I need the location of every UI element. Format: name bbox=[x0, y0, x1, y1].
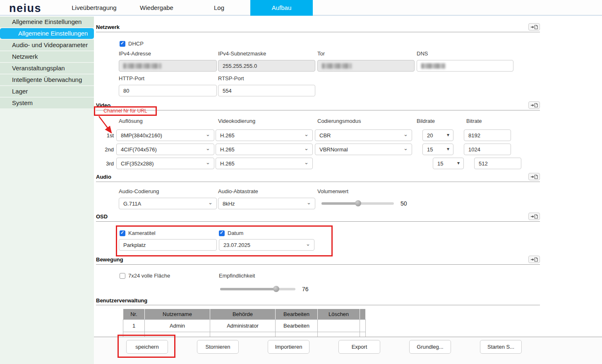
arrow-to-document-icon bbox=[530, 175, 538, 179]
audio-codierung-select[interactable]: G.711A bbox=[119, 198, 217, 209]
cell-nutzername: Admin bbox=[145, 320, 210, 332]
kameratitel-checkbox[interactable] bbox=[120, 230, 125, 236]
bildrate-select-2nd[interactable]: 15 bbox=[422, 144, 453, 155]
dns-field[interactable] bbox=[417, 60, 513, 72]
sidebar-item-netzwerk[interactable]: Netzwerk bbox=[0, 51, 94, 62]
tab-wiedergabe[interactable]: Wiedergabe bbox=[125, 0, 188, 16]
videokodierung-select-3rd[interactable]: H.265 bbox=[216, 158, 313, 169]
bildrate-select-3rd[interactable]: 15 bbox=[433, 158, 464, 169]
aufloesung-column-label: Auflösung bbox=[119, 118, 218, 124]
aufloesung-select-1st[interactable]: 8MP(3840x2160) bbox=[116, 129, 214, 141]
audio-codierung-label: Audio-Codierung bbox=[119, 188, 218, 194]
speichern-button[interactable]: speichern bbox=[126, 340, 168, 354]
sidebar-item-allgemeine-einstellungen-group[interactable]: Allgemeine Einstellungen bbox=[0, 17, 94, 27]
videokodierung-select-1st[interactable]: H.265 bbox=[216, 129, 313, 141]
section-title-video: Video bbox=[96, 102, 110, 108]
sidebar-item-audio-und-videoparameter[interactable]: Audio- und Videoparameter bbox=[0, 40, 94, 50]
section-title-audio: Audio bbox=[96, 174, 111, 180]
copy-to-document-button[interactable] bbox=[528, 101, 540, 109]
volumenwert-value: 50 bbox=[401, 200, 407, 207]
cell-loeschen bbox=[318, 320, 360, 332]
empfindlichkeit-slider[interactable] bbox=[220, 288, 295, 290]
section-audio: Audio Audio-Codierung Audio-Abtastrate V… bbox=[96, 173, 540, 209]
copy-to-document-button[interactable] bbox=[528, 256, 540, 263]
flaeche-checkbox[interactable] bbox=[120, 273, 125, 279]
col-nr: Nr. bbox=[123, 309, 145, 320]
bitrate-input-2nd[interactable]: 1024 bbox=[464, 144, 511, 155]
video-row-3rd: 3rd CIF(352x288) H.265 15 512 bbox=[103, 158, 540, 169]
codierungsmodus-select-2nd[interactable]: VBRNormal bbox=[315, 144, 412, 155]
tab-log[interactable]: Log bbox=[188, 0, 250, 16]
arrow-to-document-icon bbox=[530, 214, 538, 219]
stornieren-button[interactable]: Stornieren bbox=[197, 340, 239, 354]
codierungsmodus-select-1st[interactable]: CBR bbox=[315, 129, 412, 141]
ipv4-adresse-label: IPv4-Adresse bbox=[119, 50, 218, 57]
section-title-bewegung: Bewegung bbox=[96, 256, 123, 263]
sidebar-item-lager[interactable]: Lager bbox=[0, 86, 94, 97]
user-table-row: 1 Admin Administrator Bearbeiten bbox=[123, 320, 366, 332]
volumenwert-slider[interactable] bbox=[321, 202, 394, 205]
bildrate-select-1st[interactable]: 20 bbox=[422, 129, 453, 141]
redacted-value bbox=[421, 63, 445, 69]
datum-checkbox[interactable] bbox=[219, 230, 225, 236]
copy-to-document-button[interactable] bbox=[528, 23, 540, 31]
tor-field bbox=[317, 60, 415, 72]
export-button[interactable]: Export bbox=[338, 340, 380, 354]
datum-format-select[interactable]: 23.07.2025 bbox=[219, 239, 314, 251]
rtsp-port-input[interactable]: 554 bbox=[218, 85, 315, 96]
user-table-header-row: Nr. Nutzername Behörde Bearbeiten Lösche… bbox=[123, 309, 366, 320]
sidebar-item-system[interactable]: System bbox=[0, 98, 94, 108]
kameratitel-input[interactable]: Parkplatz bbox=[119, 239, 217, 251]
videokodierung-select-2nd[interactable]: H.265 bbox=[216, 144, 313, 155]
section-title-osd: OSD bbox=[96, 213, 108, 220]
cell-behoerde: Administrator bbox=[210, 320, 276, 332]
bildrate-column-label: Bildrate bbox=[417, 118, 466, 124]
col-empty bbox=[360, 309, 366, 320]
codierungsmodus-column-label: Codierungsmodus bbox=[317, 118, 417, 124]
copy-to-document-button[interactable] bbox=[528, 173, 540, 180]
aufloesung-select-2nd[interactable]: 4CIF(704x576) bbox=[116, 144, 214, 155]
arrow-to-document-icon bbox=[530, 25, 538, 29]
datum-label: Datum bbox=[228, 230, 243, 236]
col-bearbeiten: Bearbeiten bbox=[276, 309, 318, 320]
bitrate-column-label: Bitrate bbox=[466, 118, 482, 124]
empfindlichkeit-label: Empfindlichkeit bbox=[219, 273, 255, 279]
empfindlichkeit-slider-thumb[interactable] bbox=[273, 286, 279, 292]
sidebar: Allgemeine Einstellungen Allgemeine Eins… bbox=[0, 17, 94, 364]
channel-label-3rd: 3rd bbox=[103, 160, 116, 167]
redacted-value bbox=[123, 63, 161, 69]
footer-action-bar: speichern Stornieren Importieren Export … bbox=[94, 337, 602, 364]
dns-label: DNS bbox=[417, 50, 516, 57]
rtsp-port-label: RTSP-Port bbox=[218, 75, 317, 81]
ipv4-subnetzmaske-field: 255.255.255.0 bbox=[218, 60, 315, 72]
channel-label-1st: 1st bbox=[103, 132, 116, 139]
section-title-benutzerverwaltung: Benutzerverwaltung bbox=[96, 297, 147, 304]
bitrate-input-3rd[interactable]: 512 bbox=[474, 158, 521, 169]
bitrate-input-1st[interactable]: 8192 bbox=[464, 129, 511, 141]
http-port-input[interactable]: 80 bbox=[119, 85, 217, 96]
sidebar-item-allgemeine-einstellungen[interactable]: Allgemeine Einstellungen bbox=[0, 28, 94, 39]
tab-liveuebertragung[interactable]: Liveübertragung bbox=[63, 0, 125, 16]
sidebar-item-intelligente-ueberwachung[interactable]: Intelligente Überwachung bbox=[0, 74, 94, 85]
grundlegend-button[interactable]: Grundleg... bbox=[409, 340, 451, 354]
kameratitel-label: Kameratitel bbox=[128, 230, 156, 236]
aufloesung-select-3rd[interactable]: CIF(352x288) bbox=[116, 158, 214, 169]
empfindlichkeit-value: 76 bbox=[302, 286, 309, 292]
sidebar-item-veranstaltungsplan[interactable]: Veranstaltungsplan bbox=[0, 63, 94, 74]
copy-to-document-button[interactable] bbox=[528, 213, 540, 220]
section-video: Video Channel Nr für URL Auflösung Video… bbox=[96, 101, 540, 169]
importieren-button[interactable]: Importieren bbox=[268, 340, 309, 354]
dhcp-checkbox[interactable] bbox=[120, 41, 125, 47]
volumenwert-slider-thumb[interactable] bbox=[355, 200, 361, 206]
arrow-to-document-icon bbox=[530, 257, 538, 262]
tab-aufbau[interactable]: Aufbau bbox=[250, 0, 313, 16]
starten-button[interactable]: Starten S... bbox=[480, 340, 522, 354]
top-navigation-bar: neius Liveübertragung Wiedergabe Log Auf… bbox=[0, 0, 602, 16]
bearbeiten-link[interactable]: Bearbeiten bbox=[276, 320, 318, 332]
http-port-label: HTTP-Port bbox=[119, 75, 218, 81]
brand-logo: neius bbox=[9, 2, 41, 15]
audio-abtastrate-select[interactable]: 8kHz bbox=[218, 198, 315, 209]
section-netzwerk: Netzwerk DHCP IPv4-Adresse IPv4-Subnetzm… bbox=[96, 23, 540, 96]
redacted-value bbox=[322, 63, 352, 69]
ipv4-subnetzmaske-label: IPv4-Subnetzmaske bbox=[218, 50, 317, 57]
